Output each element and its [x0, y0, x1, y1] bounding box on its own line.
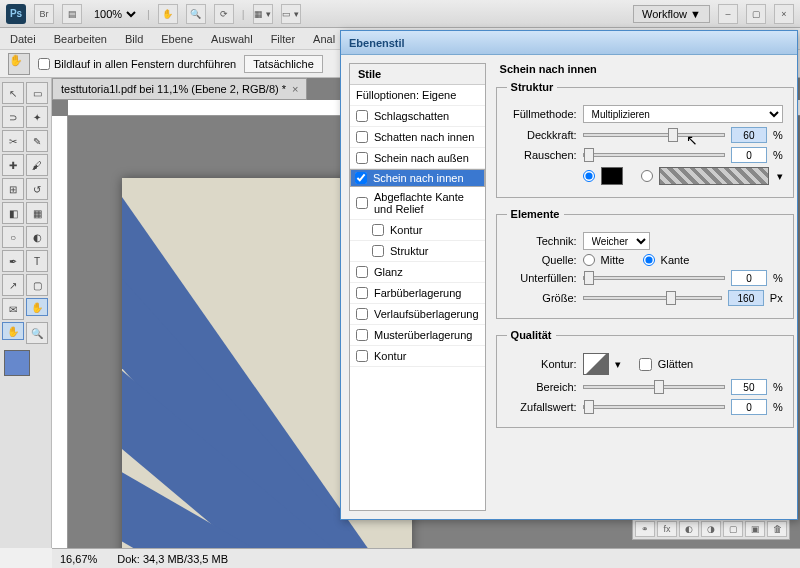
hand-tool-2[interactable]: ✋	[2, 322, 24, 340]
style-verlaufsueberlagerung[interactable]: Verlaufsüberlagerung	[350, 304, 485, 325]
quelle-kante-radio[interactable]	[643, 254, 655, 266]
notes-tool[interactable]: ✉	[2, 298, 24, 320]
fullmethode-select[interactable]: Multiplizieren	[583, 105, 783, 123]
styles-header[interactable]: Stile	[350, 64, 485, 85]
status-bar: 16,67% Dok: 34,3 MB/33,5 MB	[52, 548, 800, 568]
gradient-tool[interactable]: ▦	[26, 202, 48, 224]
dodge-tool[interactable]: ◐	[26, 226, 48, 248]
style-farbueberlagerung[interactable]: Farbüberlagerung	[350, 283, 485, 304]
hand-icon[interactable]: ✋	[158, 4, 178, 24]
move-tool[interactable]: ↖	[2, 82, 24, 104]
rauschen-field[interactable]	[731, 147, 767, 163]
color-radio[interactable]	[583, 170, 595, 182]
hand-tool[interactable]: ✋	[26, 298, 48, 316]
trash-icon[interactable]: 🗑	[767, 521, 787, 537]
bridge-button[interactable]: Br	[34, 4, 54, 24]
link-icon[interactable]: ⚭	[635, 521, 655, 537]
grosse-slider[interactable]	[583, 296, 722, 300]
ps-logo: Ps	[6, 4, 26, 24]
menu-bearbeiten[interactable]: Bearbeiten	[54, 33, 107, 45]
path-tool[interactable]: ↗	[2, 274, 24, 296]
blur-tool[interactable]: ○	[2, 226, 24, 248]
stamp-tool[interactable]: ⊞	[2, 178, 24, 200]
crop-tool[interactable]: ✂	[2, 130, 24, 152]
grosse-field[interactable]	[728, 290, 764, 306]
scroll-all-checkbox[interactable]: Bildlauf in allen Fenstern durchführen	[38, 58, 236, 70]
rotate-icon[interactable]: ⟳	[214, 4, 234, 24]
glatten-checkbox[interactable]	[639, 358, 652, 371]
close-tab-icon[interactable]: ×	[292, 83, 298, 95]
minimize-button[interactable]: –	[718, 4, 738, 24]
gradient-swatch[interactable]	[659, 167, 769, 185]
pen-tool[interactable]: ✒	[2, 250, 24, 272]
color-swatch[interactable]	[601, 167, 623, 185]
deckkraft-field[interactable]	[731, 127, 767, 143]
screen-mode-icon[interactable]: ▭ ▾	[281, 4, 301, 24]
arrange-icon[interactable]: ▦ ▾	[253, 4, 273, 24]
shape-tool[interactable]: ▢	[26, 274, 48, 296]
eyedropper-tool[interactable]: ✎	[26, 130, 48, 152]
actual-pixels-button[interactable]: Tatsächliche	[244, 55, 323, 73]
style-schein-innen[interactable]: Schein nach innen	[350, 169, 485, 187]
elemente-legend: Elemente	[507, 208, 564, 220]
style-kontur[interactable]: Kontur	[350, 346, 485, 367]
folder-icon[interactable]: ▢	[723, 521, 743, 537]
document-tab[interactable]: testtutoria1l.pdf bei 11,1% (Ebene 2, RG…	[52, 78, 307, 100]
close-button[interactable]: ×	[774, 4, 794, 24]
menu-auswahl[interactable]: Auswahl	[211, 33, 253, 45]
type-tool[interactable]: T	[26, 250, 48, 272]
quelle-mitte-radio[interactable]	[583, 254, 595, 266]
unterfullen-slider[interactable]	[583, 276, 725, 280]
history-brush-tool[interactable]: ↺	[26, 178, 48, 200]
zufall-field[interactable]	[731, 399, 767, 415]
brush-tool[interactable]: 🖌	[26, 154, 48, 176]
style-kante-relief[interactable]: Abgeflachte Kante und Relief	[350, 187, 485, 220]
qualitat-group: Qualität Kontur:▾ Glätten Bereich:% Zufa…	[496, 329, 794, 428]
wand-tool[interactable]: ✦	[26, 106, 48, 128]
fx-icon[interactable]: fx	[657, 521, 677, 537]
zufall-slider[interactable]	[583, 405, 725, 409]
gradient-radio[interactable]	[641, 170, 653, 182]
style-kontur-sub[interactable]: Kontur	[350, 220, 485, 241]
style-musterueberlagerung[interactable]: Musterüberlagerung	[350, 325, 485, 346]
deckkraft-slider[interactable]	[583, 133, 725, 137]
grosse-label: Größe:	[507, 292, 577, 304]
technik-select[interactable]: Weicher	[583, 232, 650, 250]
dialog-title: Ebenenstil	[341, 31, 797, 55]
foreground-color[interactable]	[4, 350, 30, 376]
bereich-slider[interactable]	[583, 385, 725, 389]
menu-ebene[interactable]: Ebene	[161, 33, 193, 45]
eraser-tool[interactable]: ◧	[2, 202, 24, 224]
style-schatten-innen[interactable]: Schatten nach innen	[350, 127, 485, 148]
mask-icon[interactable]: ◐	[679, 521, 699, 537]
style-struktur-sub[interactable]: Struktur	[350, 241, 485, 262]
heal-tool[interactable]: ✚	[2, 154, 24, 176]
style-schein-aussen[interactable]: Schein nach außen	[350, 148, 485, 169]
marquee-tool[interactable]: ▭	[26, 82, 48, 104]
menu-bild[interactable]: Bild	[125, 33, 143, 45]
kontur-picker[interactable]	[583, 353, 609, 375]
rauschen-slider[interactable]	[583, 153, 725, 157]
zufall-label: Zufallswert:	[507, 401, 577, 413]
bereich-field[interactable]	[731, 379, 767, 395]
zoom-select[interactable]: 100%	[90, 7, 139, 21]
adjust-icon[interactable]: ◑	[701, 521, 721, 537]
fill-options[interactable]: Fülloptionen: Eigene	[350, 85, 485, 106]
menu-datei[interactable]: Datei	[10, 33, 36, 45]
zoom-icon[interactable]: 🔍	[186, 4, 206, 24]
lasso-tool[interactable]: ⊃	[2, 106, 24, 128]
style-glanz[interactable]: Glanz	[350, 262, 485, 283]
menu-analyse[interactable]: Anal	[313, 33, 335, 45]
elemente-group: Elemente Technik:Weicher Quelle:Mitte Ka…	[496, 208, 794, 319]
struktur-legend: Struktur	[507, 81, 558, 93]
maximize-button[interactable]: ▢	[746, 4, 766, 24]
style-schlagschatten[interactable]: Schlagschatten	[350, 106, 485, 127]
filmstrip-icon[interactable]: ▤	[62, 4, 82, 24]
menu-filter[interactable]: Filter	[271, 33, 295, 45]
hand-tool-icon[interactable]: ✋	[8, 53, 30, 75]
unterfullen-field[interactable]	[731, 270, 767, 286]
fullmethode-label: Füllmethode:	[507, 108, 577, 120]
zoom-tool[interactable]: 🔍	[26, 322, 48, 344]
new-layer-icon[interactable]: ▣	[745, 521, 765, 537]
workspace-select[interactable]: Workflow ▼	[633, 5, 710, 23]
